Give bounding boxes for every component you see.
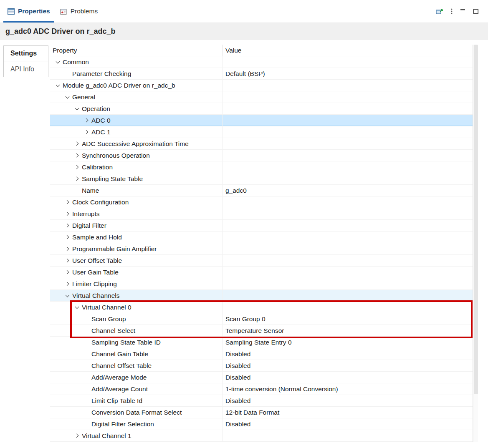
table-row[interactable]: Clock Configuration: [50, 196, 473, 208]
property-name: Calibration: [82, 164, 113, 171]
chevron-right-icon[interactable]: [63, 259, 71, 262]
property-value: Disabled: [223, 395, 473, 406]
table-row[interactable]: Synchronous Operation: [50, 150, 473, 161]
property-value: [223, 91, 473, 103]
chevron-down-icon[interactable]: [53, 61, 62, 63]
property-value: Disabled: [223, 372, 473, 383]
minimize-icon[interactable]: [460, 9, 466, 14]
table-row[interactable]: Add/Average Count1-time conversion (Norm…: [50, 383, 473, 395]
chevron-right-icon[interactable]: [63, 212, 71, 215]
table-row[interactable]: ADC 1: [50, 126, 473, 138]
table-row[interactable]: User Gain Table: [50, 267, 473, 278]
property-value: [223, 302, 473, 313]
sidebar-item-settings[interactable]: Settings: [4, 46, 48, 61]
property-value: [223, 232, 473, 243]
chevron-down-icon[interactable]: [53, 85, 62, 86]
table-row[interactable]: Limit Clip Table IdDisabled: [50, 395, 473, 407]
chevron-down-icon[interactable]: [63, 295, 71, 297]
restore-view-icon[interactable]: [436, 8, 443, 15]
chevron-right-icon[interactable]: [73, 434, 81, 437]
table-row[interactable]: Channel SelectTemperature Sensor: [50, 325, 473, 337]
property-name: Interrupts: [72, 210, 99, 218]
property-name: Scan Group: [91, 315, 126, 323]
tab-label: Problems: [71, 8, 98, 15]
view-menu-icon[interactable]: [450, 8, 453, 15]
table-row[interactable]: ADC 0: [50, 115, 473, 126]
table-row[interactable]: Sampling State Table IDSampling State En…: [50, 337, 473, 348]
property-name: Module g_adc0 ADC Driver on r_adc_b: [63, 82, 175, 89]
tab-problems[interactable]: Problems: [55, 0, 103, 23]
maximize-icon[interactable]: [473, 9, 479, 14]
sidebar: Settings API Info: [0, 40, 50, 442]
table-row[interactable]: Module g_adc0 ADC Driver on r_adc_b: [50, 80, 473, 91]
chevron-right-icon[interactable]: [63, 271, 71, 274]
table-row[interactable]: Digital Filter SelectionDisabled: [50, 418, 473, 430]
table-row[interactable]: Nameg_adc0: [50, 185, 473, 196]
table-row[interactable]: User Offset Table: [50, 255, 473, 267]
chevron-down-icon[interactable]: [63, 96, 71, 98]
table-row[interactable]: Operation: [50, 103, 473, 115]
property-name: User Gain Table: [72, 269, 119, 276]
sidebar-item-api-info[interactable]: API Info: [4, 61, 48, 77]
view-toolbar: [436, 0, 485, 23]
property-value: [223, 243, 473, 254]
property-value: Disabled: [223, 348, 473, 360]
scrollbar-thumb[interactable]: [474, 45, 478, 394]
view-tabbar: Properties Problems: [0, 0, 488, 23]
chevron-right-icon[interactable]: [82, 119, 91, 122]
table-row[interactable]: Sample and Hold: [50, 232, 473, 243]
tab-properties[interactable]: Properties: [3, 0, 55, 23]
chevron-right-icon[interactable]: [73, 166, 81, 169]
property-name: Virtual Channels: [72, 292, 119, 300]
table-row[interactable]: Channel Gain TableDisabled: [50, 348, 473, 360]
table-row[interactable]: Virtual Channel 1: [50, 430, 473, 442]
property-name: Add/Average Count: [91, 385, 148, 393]
chevron-right-icon[interactable]: [63, 201, 71, 204]
chevron-right-icon[interactable]: [63, 224, 71, 227]
table-row[interactable]: General: [50, 91, 473, 103]
property-name: Channel Offset Table: [91, 362, 152, 370]
property-value: [223, 267, 473, 278]
table-row[interactable]: Conversion Data Format Select12-bit Data…: [50, 407, 473, 418]
chevron-right-icon[interactable]: [63, 282, 71, 285]
table-row[interactable]: Scan GroupScan Group 0: [50, 313, 473, 325]
property-value: 1-time conversion (Normal Conversion): [223, 383, 473, 395]
properties-view: Properties Problems: [0, 0, 488, 442]
table-row[interactable]: Digital Filter: [50, 220, 473, 232]
table-row[interactable]: Common: [50, 56, 473, 68]
vertical-scrollbar[interactable]: [473, 45, 478, 442]
table-row[interactable]: Limiter Clipping: [50, 278, 473, 290]
table-row[interactable]: Programmable Gain Amplifier: [50, 243, 473, 255]
table-row[interactable]: Sampling State Table: [50, 173, 473, 185]
table-row[interactable]: Virtual Channels: [50, 290, 473, 302]
chevron-right-icon[interactable]: [82, 131, 91, 133]
property-value: [223, 161, 473, 173]
table-row[interactable]: Add/Average ModeDisabled: [50, 372, 473, 383]
property-name: ADC Successive Approximation Time: [82, 140, 189, 148]
table-row[interactable]: Virtual Channel 0: [50, 302, 473, 313]
column-header-property[interactable]: Property: [50, 45, 223, 56]
property-name: Add/Average Mode: [91, 374, 147, 381]
table-header: Property Value: [50, 45, 473, 56]
column-header-value[interactable]: Value: [223, 45, 473, 56]
property-name: Digital Filter: [72, 222, 106, 229]
chevron-right-icon[interactable]: [73, 177, 81, 180]
property-value: [223, 290, 473, 301]
table-row[interactable]: Channel Offset TableDisabled: [50, 360, 473, 372]
table-row[interactable]: Calibration: [50, 161, 473, 173]
table-row[interactable]: ADC Successive Approximation Time: [50, 138, 473, 150]
chevron-down-icon[interactable]: [73, 108, 81, 110]
property-value: [223, 255, 473, 266]
chevron-down-icon[interactable]: [73, 307, 81, 308]
property-name: Limit Clip Table Id: [91, 397, 142, 405]
table-row[interactable]: Interrupts: [50, 208, 473, 220]
chevron-right-icon[interactable]: [73, 154, 81, 157]
property-value: [223, 138, 473, 149]
table-row[interactable]: Parameter CheckingDefault (BSP): [50, 68, 473, 80]
chevron-right-icon[interactable]: [63, 247, 71, 250]
property-value: Disabled: [223, 360, 473, 371]
property-name: Sampling State Table ID: [91, 339, 161, 346]
chevron-right-icon[interactable]: [63, 236, 71, 239]
chevron-right-icon[interactable]: [73, 142, 81, 145]
property-name: Channel Select: [91, 327, 135, 335]
